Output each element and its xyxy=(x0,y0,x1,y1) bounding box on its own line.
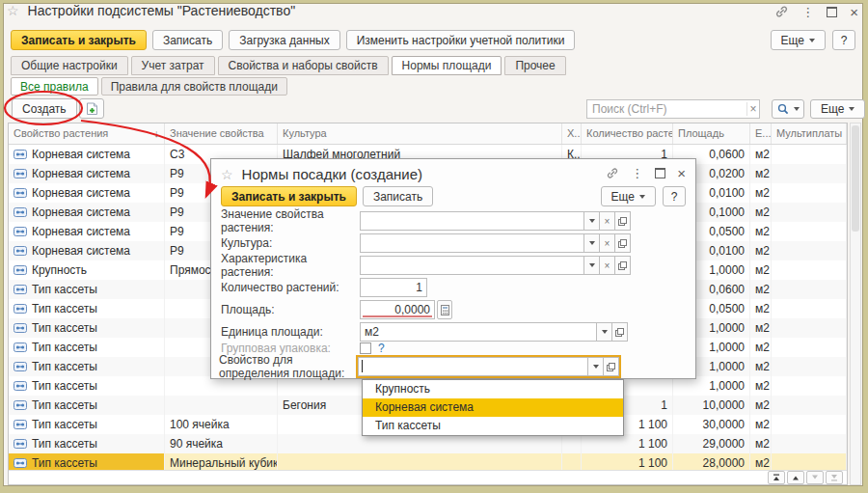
table-row[interactable]: Тип кассеты90 ячейка1 10029,0000м2 xyxy=(9,434,847,453)
open-button[interactable] xyxy=(604,357,619,376)
tab-3[interactable]: Нормы площади xyxy=(392,56,502,75)
dialog-close-icon[interactable]: × xyxy=(677,167,686,179)
chevron-down-icon xyxy=(849,107,854,111)
subtab-0[interactable]: Все правила xyxy=(11,77,98,96)
subtab-bar: Все правилаПравила для свойств площади xyxy=(11,77,287,96)
move-down-button[interactable] xyxy=(806,471,824,484)
planting-norms-dialog: ☆ Нормы посадки (создание) ⋮ × Записать … xyxy=(210,158,696,379)
dropdown-item[interactable]: Крупность xyxy=(363,380,623,398)
search-box: × xyxy=(586,99,760,119)
main-toolbar-right: Еще ? xyxy=(771,30,855,50)
norm-record-icon xyxy=(14,323,27,333)
norm-record-icon xyxy=(14,439,27,449)
favorite-star-icon[interactable]: ☆ xyxy=(7,3,19,18)
chevron-down-icon xyxy=(639,195,645,199)
close-icon[interactable]: × xyxy=(850,6,858,18)
table-scrollbar[interactable] xyxy=(850,123,861,485)
search-input[interactable] xyxy=(587,102,746,116)
dialog-link-icon[interactable] xyxy=(606,167,619,179)
dropdown-button[interactable] xyxy=(584,256,600,275)
field-unit: Единица площади: xyxy=(221,322,628,342)
table-footer xyxy=(9,470,847,484)
column-header[interactable]: Х... xyxy=(562,123,582,144)
clear-button[interactable]: × xyxy=(600,211,615,231)
dropdown-button[interactable] xyxy=(584,233,600,253)
clear-button[interactable]: × xyxy=(600,256,615,275)
column-header[interactable]: Количество растений xyxy=(582,123,673,144)
qty-input[interactable] xyxy=(360,278,427,297)
search-button[interactable] xyxy=(772,99,804,119)
link-icon[interactable] xyxy=(774,5,789,18)
group-pack-checkbox[interactable] xyxy=(360,342,371,354)
norm-record-icon xyxy=(14,420,27,429)
area-property-input[interactable] xyxy=(358,357,588,376)
column-header[interactable]: Значение свойства xyxy=(165,123,278,144)
move-up-button[interactable] xyxy=(787,471,804,484)
move-bottom-button[interactable] xyxy=(826,471,843,484)
edit-policy-button[interactable]: Изменить настройки учетной политики xyxy=(346,30,576,50)
column-header[interactable]: Площадь xyxy=(673,123,750,144)
dropdown-button[interactable] xyxy=(588,357,604,376)
dialog-titlebar: ☆ Нормы посадки (создание) xyxy=(221,166,422,182)
tab-1[interactable]: Учет затрат xyxy=(131,56,215,75)
create-by-copy-button[interactable] xyxy=(79,98,104,119)
field-area-property: Свойство для определения площади: xyxy=(219,357,619,376)
dialog-help-button[interactable]: ? xyxy=(663,186,686,206)
dropdown-item[interactable]: Корневая система xyxy=(363,398,623,417)
help-link[interactable]: ? xyxy=(378,342,385,355)
dialog-maximize-icon[interactable] xyxy=(655,168,665,178)
move-top-button[interactable] xyxy=(768,471,785,484)
area-input[interactable] xyxy=(360,300,435,319)
table-header: Свойство растения↓Значение свойстваКульт… xyxy=(9,123,847,145)
calculator-icon[interactable] xyxy=(437,300,452,319)
save-and-close-button[interactable]: Записать и закрыть xyxy=(11,30,147,50)
load-data-button[interactable]: Загрузка данных xyxy=(229,30,339,50)
tab-0[interactable]: Общие настройки xyxy=(11,56,128,75)
create-button[interactable]: Создать xyxy=(12,98,77,119)
prop-value-input[interactable] xyxy=(360,211,584,231)
help-button[interactable]: ? xyxy=(832,30,855,50)
norm-record-icon xyxy=(14,285,27,294)
dropdown-button[interactable] xyxy=(597,322,612,342)
tab-4[interactable]: Прочее xyxy=(504,56,565,75)
save-button[interactable]: Записать xyxy=(152,30,223,50)
dialog-window-controls: ⋮ × xyxy=(606,167,686,179)
column-header[interactable]: Культура xyxy=(278,123,562,144)
more-menu-icon[interactable]: ⋮ xyxy=(801,6,814,18)
dialog-save-button[interactable]: Записать xyxy=(363,186,433,206)
subtab-1[interactable]: Правила для свойств площади xyxy=(101,77,287,96)
open-button[interactable] xyxy=(615,211,631,231)
chevron-down-icon xyxy=(794,107,800,111)
search-clear-icon[interactable]: × xyxy=(746,102,759,116)
page-title: Настройки подсистемы "Растениеводство" xyxy=(28,3,296,18)
column-header[interactable]: Е... xyxy=(750,123,772,144)
column-header[interactable]: Свойство растения↓ xyxy=(9,123,165,144)
column-header[interactable]: Мультиплаты xyxy=(772,123,847,144)
area-property-dropdown: КрупностьКорневая системаТип кассеты xyxy=(362,379,624,436)
maximize-icon[interactable] xyxy=(827,7,837,17)
open-button[interactable] xyxy=(615,256,631,275)
tab-2[interactable]: Свойства и наборы свойств xyxy=(218,56,389,75)
main-toolbar: Записать и закрыть Записать Загрузка дан… xyxy=(11,30,575,50)
unit-input[interactable] xyxy=(360,322,597,342)
dialog-toolbar-right: Еще ? xyxy=(601,186,686,206)
scrollbar-thumb[interactable] xyxy=(852,125,859,232)
list-more-button[interactable]: Еще xyxy=(810,99,865,119)
dropdown-item[interactable]: Тип кассеты xyxy=(363,417,623,435)
characteristic-input[interactable] xyxy=(360,256,584,275)
open-button[interactable] xyxy=(612,322,628,342)
dialog-favorite-star-icon[interactable]: ☆ xyxy=(221,167,233,182)
more-button[interactable]: Еще xyxy=(771,30,826,50)
dialog-more-button[interactable]: Еще xyxy=(601,186,656,206)
norm-record-icon xyxy=(14,362,27,371)
norm-record-icon xyxy=(14,458,27,468)
open-button[interactable] xyxy=(615,233,631,253)
norm-record-icon xyxy=(14,207,27,217)
norm-record-icon xyxy=(14,150,27,159)
dialog-title: Нормы посадки (создание) xyxy=(242,166,422,182)
culture-input[interactable] xyxy=(360,233,584,253)
dropdown-button[interactable] xyxy=(584,211,600,231)
dialog-more-menu-icon[interactable]: ⋮ xyxy=(631,167,643,179)
clear-button[interactable]: × xyxy=(600,233,615,253)
dialog-save-and-close-button[interactable]: Записать и закрыть xyxy=(221,186,357,206)
